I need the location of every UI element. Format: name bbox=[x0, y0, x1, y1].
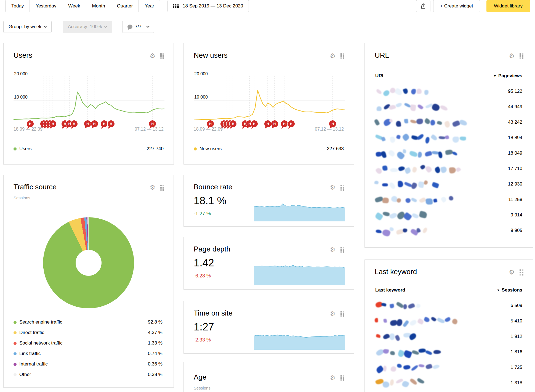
redacted-dimension-value[interactable] bbox=[375, 180, 439, 189]
drag-handle-icon[interactable] bbox=[160, 185, 164, 191]
tab-yesterday[interactable]: Yesterday bbox=[30, 0, 62, 12]
y-axis-tick: 10 000 bbox=[14, 95, 28, 100]
redacted-dimension-value[interactable] bbox=[375, 378, 424, 387]
widget-title: Last keyword bbox=[375, 267, 417, 276]
gear-icon[interactable]: ⚙ bbox=[509, 53, 515, 59]
legend-label: Other bbox=[19, 372, 31, 377]
traffic-legend-item[interactable]: Social network traffic1.33 % bbox=[14, 338, 163, 348]
gear-icon[interactable]: ⚙ bbox=[150, 184, 155, 191]
redacted-dimension-value[interactable] bbox=[375, 301, 422, 310]
annotation-comment-bubble[interactable]: H bbox=[49, 120, 56, 127]
redacted-dimension-value[interactable] bbox=[375, 317, 458, 325]
table-row: 1 725 bbox=[375, 360, 522, 375]
traffic-legend-item[interactable]: Direct traffic4.37 % bbox=[14, 327, 163, 338]
drag-handle-icon[interactable] bbox=[340, 247, 344, 253]
drag-handle-icon[interactable] bbox=[520, 269, 523, 276]
annotation-comment-bubble[interactable]: H bbox=[288, 120, 295, 127]
traffic-legend-item[interactable]: Link traffic0.74 % bbox=[14, 348, 163, 359]
traffic-legend-item[interactable]: Internal traffic0.36 % bbox=[14, 359, 163, 369]
drag-handle-icon[interactable] bbox=[340, 311, 344, 317]
bounce-rate-sparkline[interactable] bbox=[254, 202, 345, 223]
x-axis-label-left: 18.09 — 22.09 bbox=[14, 127, 42, 132]
legend-dot bbox=[14, 352, 17, 355]
drag-handle-icon[interactable] bbox=[340, 185, 344, 191]
redacted-dimension-value[interactable] bbox=[375, 87, 430, 96]
redacted-dimension-value[interactable] bbox=[375, 133, 466, 142]
column-header-last-keyword[interactable]: Last keyword bbox=[375, 287, 405, 293]
legend-dot bbox=[14, 363, 17, 366]
gear-icon[interactable]: ⚙ bbox=[330, 247, 336, 253]
tab-year[interactable]: Year bbox=[139, 0, 160, 12]
calendar-grid-icon bbox=[173, 4, 179, 8]
accuracy-dropdown[interactable]: Accuracy: 100% bbox=[63, 21, 112, 33]
date-range-picker-button[interactable]: 18 Sep 2019 — 13 Dec 2020 bbox=[167, 0, 249, 12]
widget-title: URL bbox=[375, 51, 389, 60]
legend-label: Social network traffic bbox=[19, 340, 63, 346]
annotation-comment-bubble[interactable]: H bbox=[27, 120, 34, 127]
redacted-dimension-value[interactable] bbox=[375, 164, 464, 173]
widget-subtitle: Sessions bbox=[14, 195, 30, 200]
annotation-comment-bubble[interactable]: H bbox=[91, 120, 98, 127]
redacted-dimension-value[interactable] bbox=[375, 149, 458, 158]
tab-month[interactable]: Month bbox=[86, 0, 111, 12]
column-header-pageviews[interactable]: ▼ Pageviews bbox=[493, 73, 522, 79]
create-widget-button[interactable]: + Create widget bbox=[433, 0, 480, 12]
drag-handle-icon[interactable] bbox=[340, 53, 344, 59]
column-header-url[interactable]: URL bbox=[375, 73, 385, 79]
annotation-comment-bubble[interactable]: H bbox=[271, 120, 278, 127]
table-row: 12 930 bbox=[375, 176, 522, 192]
annotation-comment-bubble[interactable]: H bbox=[230, 120, 236, 127]
tab-today[interactable]: Today bbox=[6, 0, 30, 12]
traffic-legend-item[interactable]: Other0.38 % bbox=[14, 369, 163, 380]
annotation-comment-bubble[interactable]: H bbox=[329, 120, 336, 127]
annotation-comment-bubble[interactable]: H bbox=[108, 120, 115, 127]
page-depth-sparkline[interactable] bbox=[254, 264, 345, 286]
redacted-dimension-value[interactable] bbox=[375, 102, 446, 111]
gear-icon[interactable]: ⚙ bbox=[330, 375, 336, 381]
tab-week[interactable]: Week bbox=[62, 0, 86, 12]
redacted-dimension-value[interactable] bbox=[375, 118, 465, 127]
group-by-dropdown[interactable]: Group: by week bbox=[3, 21, 52, 33]
redacted-dimension-value[interactable] bbox=[375, 226, 430, 235]
annotation-comment-bubble[interactable]: H bbox=[264, 120, 271, 127]
redacted-dimension-value[interactable] bbox=[375, 332, 415, 341]
redacted-dimension-value[interactable] bbox=[375, 348, 440, 356]
table-row: 17 710 bbox=[375, 161, 522, 176]
gear-icon[interactable]: ⚙ bbox=[330, 311, 336, 317]
traffic-source-donut-chart[interactable] bbox=[43, 217, 134, 308]
drag-handle-icon[interactable] bbox=[160, 53, 164, 59]
metric-cell-value: 18 049 bbox=[508, 150, 522, 156]
tab-quarter[interactable]: Quarter bbox=[111, 0, 139, 12]
column-header-sessions[interactable]: ▼ Sessions bbox=[497, 287, 522, 293]
traffic-legend-item[interactable]: Search engine traffic92.8 % bbox=[14, 317, 163, 327]
drag-handle-icon[interactable] bbox=[340, 375, 344, 381]
annotation-comment-bubble[interactable]: H bbox=[71, 120, 78, 127]
redacted-dimension-value[interactable] bbox=[375, 211, 426, 219]
legend-dot bbox=[14, 147, 17, 150]
gear-icon[interactable]: ⚙ bbox=[330, 184, 336, 191]
annotation-comment-bubble[interactable]: H bbox=[281, 120, 288, 127]
widget-library-button[interactable]: Widget library bbox=[486, 0, 530, 12]
gear-icon[interactable]: ⚙ bbox=[330, 53, 336, 59]
redacted-dimension-value[interactable] bbox=[375, 195, 455, 204]
gear-icon[interactable]: ⚙ bbox=[150, 53, 155, 59]
drag-handle-icon[interactable] bbox=[520, 53, 523, 59]
users-line-chart[interactable]: 20 000 10 000 HHHHHHHHHHHHH bbox=[14, 70, 164, 125]
redacted-dimension-value[interactable] bbox=[375, 363, 440, 372]
time-on-site-sparkline[interactable] bbox=[254, 328, 345, 351]
export-share-button[interactable] bbox=[416, 0, 430, 12]
annotation-comment-bubble[interactable]: H bbox=[149, 120, 156, 127]
metric-total: 227 633 bbox=[327, 146, 344, 152]
annotation-comment-bubble[interactable]: H bbox=[101, 120, 108, 127]
annotation-comment-bubble[interactable]: H bbox=[84, 120, 91, 127]
legend-label: Search engine traffic bbox=[19, 319, 62, 325]
annotation-comment-bubble[interactable]: H bbox=[251, 120, 258, 127]
comments-dropdown[interactable]: 7/7 bbox=[122, 21, 154, 33]
new-users-line-chart[interactable]: 20 000 10 000 HHHHHHHHHHHHH bbox=[194, 70, 345, 125]
annotation-comment-bubble[interactable]: H bbox=[207, 120, 214, 127]
kpi-value: 1.42 bbox=[194, 257, 214, 269]
metric-cell-value: 9 905 bbox=[510, 228, 522, 233]
gear-icon[interactable]: ⚙ bbox=[509, 269, 515, 276]
legend-label[interactable]: New users bbox=[199, 146, 222, 152]
legend-label[interactable]: Users bbox=[19, 146, 31, 152]
